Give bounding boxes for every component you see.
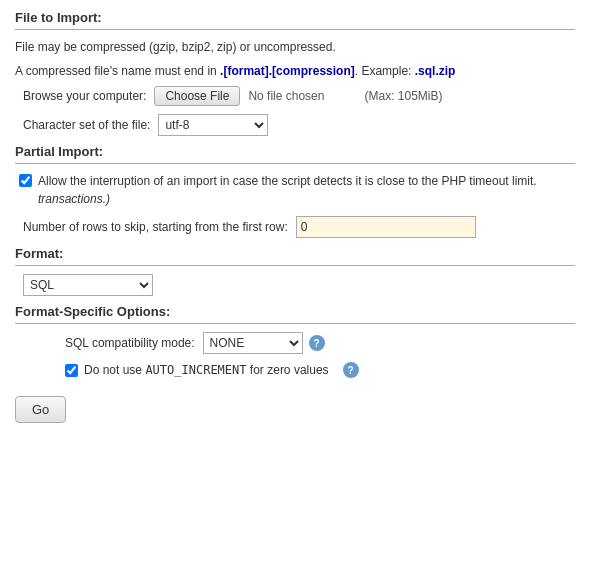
charset-label: Character set of the file: <box>23 118 150 132</box>
format-title: Format: <box>15 246 575 266</box>
max-size-text: (Max: 105MiB) <box>364 89 442 103</box>
browse-row: Browse your computer: Choose File No fil… <box>15 86 575 106</box>
auto-increment-checkbox[interactable] <box>65 364 78 377</box>
interruption-checkbox[interactable] <box>19 174 32 187</box>
partial-import-section: Partial Import: Allow the interruption o… <box>15 144 575 238</box>
auto-increment-row: Do not use AUTO_INCREMENT for zero value… <box>15 362 575 378</box>
sql-compat-row: SQL compatibility mode: NONE ANSI DB2 MA… <box>15 332 575 354</box>
format-specific-section: Format-Specific Options: SQL compatibili… <box>15 304 575 378</box>
go-button[interactable]: Go <box>15 396 66 423</box>
charset-row: Character set of the file: utf-8 utf-16 … <box>15 114 575 136</box>
skip-rows-input[interactable] <box>296 216 476 238</box>
file-import-title: File to Import: <box>15 10 575 30</box>
file-import-section: File to Import: File may be compressed (… <box>15 10 575 136</box>
browse-label: Browse your computer: <box>23 89 146 103</box>
choose-file-button[interactable]: Choose File <box>154 86 240 106</box>
sql-compat-label: SQL compatibility mode: <box>65 336 195 350</box>
format-specific-title: Format-Specific Options: <box>15 304 575 324</box>
interruption-label: Allow the interruption of an import in c… <box>38 172 537 208</box>
format-section: Format: SQL CSV CSV using LOAD DATA JSON… <box>15 246 575 296</box>
skip-rows-label: Number of rows to skip, starting from th… <box>23 220 288 234</box>
charset-select[interactable]: utf-8 utf-16 latin1 ascii <box>158 114 268 136</box>
skip-rows-row: Number of rows to skip, starting from th… <box>15 216 575 238</box>
auto-increment-help-icon[interactable]: ? <box>343 362 359 378</box>
info-line2: A compressed file's name must end in .[f… <box>15 62 575 80</box>
partial-import-title: Partial Import: <box>15 144 575 164</box>
format-select[interactable]: SQL CSV CSV using LOAD DATA JSON XML <box>23 274 153 296</box>
format-row: SQL CSV CSV using LOAD DATA JSON XML <box>15 274 575 296</box>
no-file-text: No file chosen <box>248 89 324 103</box>
footer: Go <box>15 382 575 423</box>
auto-increment-label: Do not use AUTO_INCREMENT for zero value… <box>84 363 329 377</box>
sql-compat-help-icon[interactable]: ? <box>309 335 325 351</box>
interruption-checkbox-row: Allow the interruption of an import in c… <box>15 172 575 208</box>
sql-compat-select[interactable]: NONE ANSI DB2 MAXDB MYSQL323 MYSQL40 MSS… <box>203 332 303 354</box>
info-line1: File may be compressed (gzip, bzip2, zip… <box>15 38 575 56</box>
